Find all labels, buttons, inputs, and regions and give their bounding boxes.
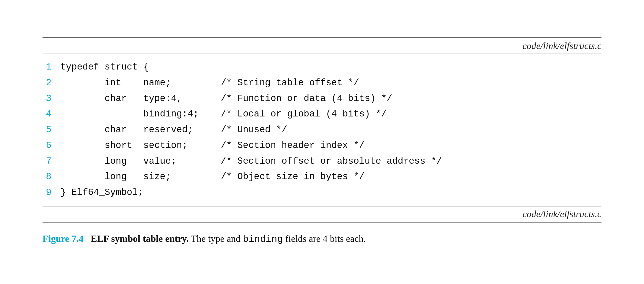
code-line: 5 char reserved; /* Unused */ bbox=[43, 122, 601, 138]
code-line: 1typedef struct { bbox=[43, 59, 601, 75]
line-number: 6 bbox=[43, 138, 60, 154]
code-line: 3 char type:4, /* Function or data (4 bi… bbox=[43, 91, 601, 107]
code-block: code/link/elfstructs.c 1typedef struct {… bbox=[43, 37, 601, 222]
line-code: int name; /* String table offset */ bbox=[60, 75, 359, 91]
line-code: } Elf64_Symbol; bbox=[60, 185, 143, 201]
code-content: 1typedef struct {2 int name; /* String t… bbox=[43, 53, 601, 206]
caption-text: The type and binding fields are 4 bits e… bbox=[191, 233, 366, 244]
line-code: short section; /* Section header index *… bbox=[60, 138, 365, 154]
caption-title: ELF symbol table entry. bbox=[86, 233, 189, 244]
line-number: 5 bbox=[43, 122, 60, 138]
line-code: typedef struct { bbox=[60, 59, 149, 75]
line-number: 2 bbox=[43, 75, 60, 91]
line-code: binding:4; /* Local or global (4 bits) *… bbox=[60, 106, 387, 122]
file-label-top: code/link/elfstructs.c bbox=[522, 40, 601, 51]
line-number: 4 bbox=[43, 106, 60, 122]
page-container: code/link/elfstructs.c 1typedef struct {… bbox=[25, 26, 619, 258]
code-footer: code/link/elfstructs.c bbox=[43, 206, 601, 222]
line-number: 8 bbox=[43, 169, 60, 185]
code-line: 6 short section; /* Section header index… bbox=[43, 138, 601, 154]
line-code: long value; /* Section offset or absolut… bbox=[60, 154, 442, 169]
code-line: 9} Elf64_Symbol; bbox=[43, 185, 601, 201]
line-code: long size; /* Object size in bytes */ bbox=[60, 169, 365, 185]
line-number: 3 bbox=[43, 91, 60, 107]
code-line: 4 binding:4; /* Local or global (4 bits)… bbox=[43, 106, 601, 122]
code-line: 8 long size; /* Object size in bytes */ bbox=[43, 169, 601, 185]
code-header: code/link/elfstructs.c bbox=[43, 38, 601, 53]
line-code: char type:4, /* Function or data (4 bits… bbox=[60, 91, 392, 107]
figure-label: Figure 7.4 bbox=[43, 233, 84, 244]
line-code: char reserved; /* Unused */ bbox=[60, 122, 287, 138]
line-number: 1 bbox=[43, 59, 60, 75]
line-number: 9 bbox=[43, 185, 60, 201]
code-line: 7 long value; /* Section offset or absol… bbox=[43, 154, 601, 169]
file-label-bottom: code/link/elfstructs.c bbox=[522, 209, 601, 220]
figure-caption: Figure 7.4 ELF symbol table entry. The t… bbox=[43, 231, 601, 247]
code-line: 2 int name; /* String table offset */ bbox=[43, 75, 601, 91]
line-number: 7 bbox=[43, 154, 60, 169]
